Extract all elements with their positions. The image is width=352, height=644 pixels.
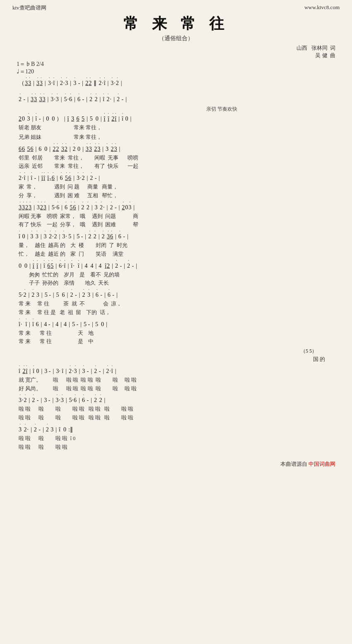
right-logo: www.ktvc8.com: [304, 4, 340, 12]
meta-right: 山西 张林同 词 吴 健 曲: [12, 44, 340, 59]
lyrics-row-12b: 啦 啦 啦 啦 啦 啦 啦 啦 啦 啦 啦: [19, 414, 333, 422]
lyrics-row-9b: 常 来 常 往 是 老 祖 留 下的 话，: [19, 309, 333, 317]
lyrics-row-11: 就 宽广。 啦 啦 啦 啦 啦 啦 啦 啦 啦: [19, 376, 333, 384]
score-row-13: · 3 · 2 · | · 2 - | · 2: [19, 425, 333, 434]
score-row-2: · 2 - | · 3 · 3 · 3: [19, 95, 333, 104]
header-logos: ktv查吧曲谱网 www.ktvc8.com: [12, 4, 340, 12]
lyrics-row-7: 量， 越住 越高 的 大 楼 封闭 了 时光: [19, 242, 333, 249]
footer-site: 中国词曲网: [309, 461, 335, 467]
score-row-7: · î 0 | · 3 · 3 | · 3: [19, 232, 333, 241]
page: ktv查吧曲谱网 www.ktvc8.com 常 来 常 往 （通俗组合） 山西…: [0, 0, 352, 644]
lyrics-row-11b: 好 风尚。 啦 啦 啦 啦 啦 啦 啦 啦 啦: [19, 385, 333, 393]
lyrics-row-6: 闲暇 无事 唠唠 家常， 哦 遇到 问题 商: [19, 213, 333, 220]
lyrics-row-13b: 啦 啦 啦 啦 啦: [19, 443, 333, 451]
meta-lyricist-name: 张林同: [311, 45, 328, 51]
lyrics-row-5: 家 常， 遇到 问 题 商量 商量，: [19, 183, 333, 191]
lyrics-row-8b: 子子 孙孙的 亲情 地久 天长: [19, 279, 333, 287]
footer-text: 本曲谱源自: [280, 461, 307, 467]
score-container: （ · 3 · 3 | · 3 · 3: [19, 79, 333, 451]
lyrics-row-10: 常 来 常 往 天 地: [19, 329, 333, 337]
group-label: （5 5）: [19, 347, 317, 355]
lyrics-row-7b: 忙， 越走 越近 的 家 门 笑语 满堂: [19, 250, 333, 258]
lyrics-row-3: 斩老 朋友 常来 常往，: [19, 124, 333, 132]
score-row-8: 0 0 | · î · î | · î: [19, 261, 333, 270]
score-row-10: · î · · î | · î 6 | 4 - |: [19, 320, 333, 329]
tempo: ♩＝120: [17, 68, 340, 75]
lyrics-row-12: 啦 啦 啦 啦 啦 啦 啦 啦 啦 啦 啦: [19, 405, 333, 413]
lyrics-row-4: 邻里 邻居 常来 常往， 闲暇 无事 唠唠: [19, 154, 333, 162]
lyrics-row-9: 常 来 常 往 茶 就 不 会 凉，: [19, 300, 333, 308]
score-row-9: 5· · 2 | · 2 3 | 5 - | 5 6 |: [19, 291, 333, 299]
meta-composer: 吴 健: [315, 52, 327, 58]
score-row-3: 2 0 · 3 | · î - | 0 0 ） | î: [19, 114, 333, 123]
lyrics-row-10c: 国 的: [19, 356, 325, 363]
left-logo: ktv查吧曲谱网: [12, 4, 46, 12]
score-row-12: · 3 · · 2 | · 2 - | 3 - |: [19, 396, 333, 404]
main-title: 常 来 常 往: [12, 14, 340, 34]
score-row-11: · î · 2 · î | · î 0 |: [19, 367, 333, 375]
lyrics-row-10b: 常 来 常 往 是 中: [19, 338, 333, 346]
meta-location: 山西: [297, 45, 307, 51]
title-area: 常 来 常 往 （通俗组合）: [12, 14, 340, 42]
score-row-4: 6 6 5 6 | 6 0 | · 2 · 2: [19, 145, 333, 153]
section-label: 亲切 节奏欢快: [19, 105, 333, 113]
key-signature: 1＝♭B 2/4: [17, 61, 340, 68]
footer: 本曲谱源自 中国词曲网: [12, 460, 340, 468]
main-content: （ · 3 · 3 | · 3 · 3: [12, 77, 340, 456]
lyrics-row-13: 啦 啦 啦 啦 啦 î 0: [19, 435, 333, 443]
key-tempo: 1＝♭B 2/4 ♩＝120: [17, 61, 340, 75]
subtitle: （通俗组合）: [12, 35, 340, 42]
score-row-1: （ · 3 · 3 | · 3 · 3: [19, 79, 333, 87]
meta-lyricist-role: 词: [330, 45, 335, 51]
score-row-5: · 2 · · î | · î - | · î: [19, 174, 333, 182]
score-row-6: · 3 · 3 · 2 · 3 | · 3: [19, 203, 333, 212]
lyrics-row-8: 匆匆 忙忙的 岁月 是 看不 见的墙: [19, 271, 333, 279]
lyrics-row-6b: 有了 快乐 一起 分享， 哦 遇到 困难 帮: [19, 221, 333, 229]
meta-composer-role: 曲: [330, 52, 335, 58]
